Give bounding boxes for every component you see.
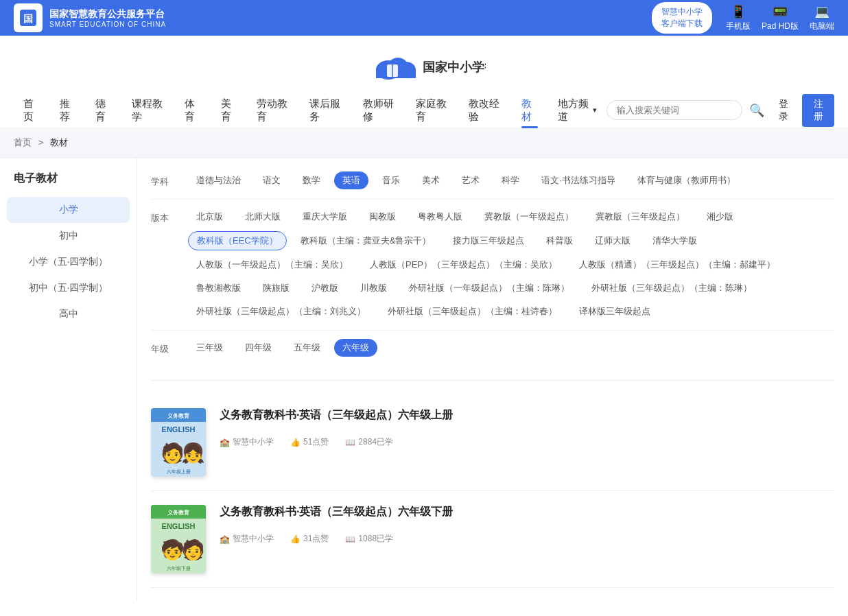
- chevron-down-icon: ▾: [593, 106, 597, 115]
- phone-icon: 📱: [731, 4, 746, 19]
- download-button[interactable]: 智慧中小学 客户端下载: [652, 2, 712, 34]
- grade-3[interactable]: 三年级: [188, 339, 231, 357]
- edition-ren1[interactable]: 人教版（一年级起点）（主编：吴欣）: [188, 256, 356, 274]
- book-cover-2[interactable]: 义务教育 ENGLISH 🧒 🧑 六年级下册: [151, 505, 206, 573]
- sidebar-item-middle[interactable]: 初中: [0, 223, 137, 249]
- edition-eec[interactable]: 教科版（EEC学院）: [188, 231, 287, 250]
- grade-5[interactable]: 五年级: [285, 339, 329, 357]
- nav-item-moral[interactable]: 德育: [86, 93, 122, 128]
- book-platform-2: 🏫 智慧中小学: [220, 533, 274, 545]
- subject-tag-pe[interactable]: 体育与健康（教师用书）: [629, 171, 744, 189]
- main-content: 电子教材 小学 初中 小学（五·四学制） 初中（五·四学制） 高中 学科 道德与…: [0, 158, 848, 602]
- breadcrumb-home[interactable]: 首页: [14, 137, 32, 147]
- search-button[interactable]: 🔍: [749, 103, 764, 118]
- main-nav: 首页 推荐 德育 课程教学 体育 美育 劳动教育 课后服务 教师研修 家庭教育 …: [0, 93, 848, 128]
- edition-hu[interactable]: 沪教版: [303, 279, 346, 297]
- svg-text:ENGLISH: ENGLISH: [162, 425, 196, 434]
- header-right: 智慧中小学 客户端下载 📱 手机版 📟 Pad HD版 💻 电脑端: [652, 2, 834, 34]
- edition-normal[interactable]: 北师大版: [237, 208, 289, 226]
- edition-chongqing[interactable]: 重庆大学版: [294, 208, 355, 226]
- edition-waiyan-gui[interactable]: 外研社版（三年级起点）（主编：桂诗春）: [379, 303, 565, 320]
- nav-item-reform[interactable]: 教改经验: [459, 93, 512, 128]
- edition-tsinghua[interactable]: 清华大学版: [644, 231, 705, 250]
- edition-gong[interactable]: 教科版（主编：龚亚夫&鲁宗干）: [292, 231, 440, 250]
- subject-tag-science[interactable]: 科学: [493, 171, 528, 189]
- edition-lu[interactable]: 鲁教湘教版: [188, 279, 249, 297]
- platform-icon-2: 🏫: [220, 534, 230, 544]
- edition-pep[interactable]: 人教版（PEP）（三年级起点）（主编：吴欣）: [362, 256, 565, 274]
- nav-search-area: 🔍 登录 注册: [606, 94, 834, 127]
- edition-beijing[interactable]: 北京版: [188, 208, 231, 226]
- register-button[interactable]: 注册: [802, 94, 834, 127]
- book-platform-1: 🏫 智慧中小学: [220, 436, 274, 448]
- login-button[interactable]: 登录: [771, 94, 795, 127]
- subject-tag-english[interactable]: 英语: [334, 171, 368, 189]
- svg-text:🧑: 🧑: [181, 538, 205, 561]
- subject-tag-math[interactable]: 数学: [294, 171, 329, 189]
- edition-row-2: 教科版（EEC学院） 教科版（主编：龚亚夫&鲁宗干） 接力版三年级起点 科普版 …: [188, 231, 784, 250]
- book-learners-1: 📖 2884已学: [345, 436, 393, 448]
- nav-item-labor[interactable]: 劳动教育: [247, 93, 300, 128]
- edition-shan[interactable]: 陕旅版: [255, 279, 298, 297]
- phone-link[interactable]: 📱 手机版: [726, 4, 751, 32]
- nav-item-family[interactable]: 家庭教育: [406, 93, 459, 128]
- sidebar-item-primary[interactable]: 小学: [7, 197, 130, 223]
- subject-tag-music[interactable]: 音乐: [374, 171, 408, 189]
- grade-6[interactable]: 六年级: [334, 339, 377, 357]
- nav-item-art[interactable]: 美育: [211, 93, 248, 128]
- edition-label: 版本: [151, 208, 181, 224]
- svg-text:👧: 👧: [181, 442, 205, 464]
- edition-row-3: 人教版（一年级起点）（主编：吴欣） 人教版（PEP）（三年级起点）（主编：吴欣）…: [188, 256, 784, 274]
- edition-waiyan3[interactable]: 外研社版（三年级起点）（主编：陈琳）: [583, 279, 760, 297]
- pad-link[interactable]: 📟 Pad HD版: [762, 4, 799, 32]
- nav-item-local[interactable]: 地方频道 ▾: [548, 93, 606, 128]
- nav-item-recommend[interactable]: 推荐: [50, 93, 86, 128]
- edition-waiyan-liu[interactable]: 外研社版（三年级起点）（主编：刘兆义）: [188, 303, 374, 320]
- book-info-1: 义务教育教科书·英语（三年级起点）六年级上册 🏫 智慧中小学 👍 51点赞 📖: [220, 408, 834, 448]
- edition-yilin[interactable]: 译林版三年级起点: [571, 303, 659, 320]
- book-list: 义务教育 ENGLISH 🧑 👧 六年级上册 义务教育教科书·英语（三年级起点）…: [137, 381, 848, 602]
- like-icon-1: 👍: [290, 438, 301, 447]
- grade-4[interactable]: 四年级: [237, 339, 280, 357]
- grade-label: 年级: [151, 339, 181, 355]
- pc-link[interactable]: 💻 电脑端: [810, 4, 834, 32]
- edition-guangdong[interactable]: 粤教粤人版: [410, 208, 471, 226]
- nav-item-home[interactable]: 首页: [14, 93, 50, 128]
- nav-item-pe[interactable]: 体育: [175, 93, 211, 128]
- edition-chuan[interactable]: 川教版: [352, 279, 395, 297]
- edition-kepu[interactable]: 科普版: [538, 231, 581, 250]
- sidebar-item-middle-alt[interactable]: 初中（五·四学制）: [0, 275, 137, 301]
- book-likes-1: 👍 51点赞: [290, 436, 329, 448]
- nav-item-teacher[interactable]: 教师研修: [353, 93, 406, 128]
- subject-tag-calligraphy[interactable]: 语文·书法练习指导: [533, 171, 624, 189]
- edition-jieli[interactable]: 接力版三年级起点: [445, 231, 532, 250]
- edition-waiyan1[interactable]: 外研社版（一年级起点）（主编：陈琳）: [401, 279, 578, 297]
- edition-liaoshi[interactable]: 辽师大版: [587, 231, 639, 250]
- sidebar-item-high[interactable]: 高中: [0, 301, 137, 327]
- learner-icon-1: 📖: [345, 438, 355, 447]
- svg-text:义务教育: 义务教育: [167, 509, 190, 516]
- sidebar-item-primary-alt[interactable]: 小学（五·四学制）: [0, 249, 137, 275]
- subject-tag-fine-art[interactable]: 美术: [414, 171, 448, 189]
- subject-tag-arts[interactable]: 艺术: [454, 171, 488, 189]
- subject-tag-chinese[interactable]: 语文: [255, 171, 289, 189]
- nav-item-textbook[interactable]: 教材: [512, 93, 548, 128]
- svg-text:ENGLISH: ENGLISH: [162, 522, 196, 530]
- edition-fujian[interactable]: 闽教版: [361, 208, 404, 226]
- book-cover-1[interactable]: 义务教育 ENGLISH 🧑 👧 六年级上册: [151, 408, 206, 477]
- edition-hebei3[interactable]: 冀教版（三年级起点）: [587, 208, 693, 226]
- filter-row-subject: 学科 道德与法治 语文 数学 英语 音乐 美术 艺术 科学 语文·书法练习指导 …: [151, 171, 834, 189]
- subject-tag-moral[interactable]: 道德与法治: [188, 171, 249, 189]
- nav-item-afterschool[interactable]: 课后服务: [300, 93, 353, 128]
- edition-hebei1[interactable]: 冀教版（一年级起点）: [476, 208, 582, 226]
- book-item-1: 义务教育 ENGLISH 🧑 👧 六年级上册 义务教育教科书·英语（三年级起点）…: [151, 394, 834, 491]
- platform-icon-1: 🏫: [220, 438, 230, 447]
- edition-xiang[interactable]: 湘少版: [698, 208, 742, 226]
- logo-text: 国家智慧教育公共服务平台 SMART EDUCATION OF CHINA: [49, 8, 166, 28]
- book-title-1[interactable]: 义务教育教科书·英语（三年级起点）六年级上册: [220, 408, 834, 423]
- edition-jintong[interactable]: 人教版（精通）（三年级起点）（主编：郝建平）: [571, 256, 784, 274]
- nav-item-course[interactable]: 课程教学: [122, 93, 175, 128]
- search-input[interactable]: [606, 100, 742, 120]
- book-title-2[interactable]: 义务教育教科书·英语（三年级起点）六年级下册: [220, 505, 834, 519]
- book-meta-1: 🏫 智慧中小学 👍 51点赞 📖 2884已学: [220, 436, 834, 448]
